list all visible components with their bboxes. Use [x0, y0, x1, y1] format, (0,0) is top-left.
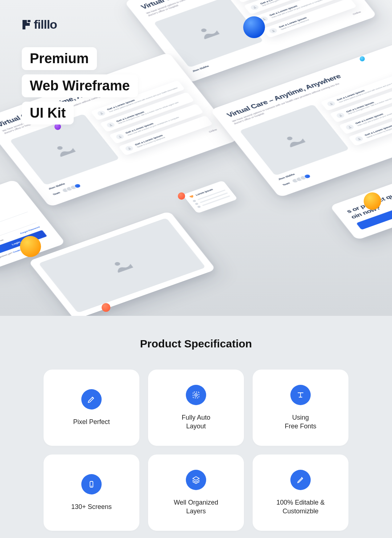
- layout-icon: [186, 385, 206, 405]
- title-line-2: Web Wireframe: [22, 74, 138, 97]
- svg-point-15: [114, 261, 121, 266]
- vc-team-label: Team: [52, 191, 61, 196]
- vc-name: Jhon Slabha: [192, 65, 210, 73]
- brand-logo: filllo: [22, 17, 57, 32]
- svg-point-2: [253, 7, 255, 8]
- person-icon: [124, 145, 134, 152]
- svg-point-9: [128, 147, 130, 148]
- vc-name: Jhon Slabha: [278, 173, 295, 181]
- svg-point-0: [200, 28, 208, 33]
- spec-card: 100% Editable &Customizble: [253, 455, 348, 531]
- spec-card-label: Fully AutoLayout: [174, 413, 217, 431]
- svg-rect-17: [195, 394, 197, 396]
- logo-text: filllo: [34, 17, 57, 32]
- spec-card-label: UsingFree Fonts: [277, 413, 323, 431]
- svg-rect-16: [193, 392, 199, 398]
- person-icon: [335, 112, 346, 119]
- mockup-tooltip: Lorem ipsum: [183, 180, 238, 213]
- device-icon: [81, 474, 102, 494]
- person-icon: [249, 4, 260, 11]
- edit-icon: [290, 470, 311, 490]
- image-placeholder-icon: [38, 218, 206, 313]
- orb-blue: [243, 16, 265, 38]
- orb-red-low: [102, 303, 110, 312]
- vc-team-label: Team: [282, 182, 290, 186]
- svg-point-10: [286, 136, 293, 141]
- person-icon: [268, 27, 278, 34]
- spec-card-label: Well OrganizedLayers: [167, 498, 226, 516]
- spec-section: Product Specification Pixel PerfectFully…: [0, 316, 392, 538]
- vc-online: Online: [208, 129, 218, 133]
- person-icon: [345, 124, 355, 131]
- person-icon: [326, 100, 336, 107]
- logo-icon: [22, 19, 31, 30]
- title-line-1: Premium: [22, 47, 97, 70]
- hero-title: Premium Web Wireframe UI Kit: [22, 47, 138, 129]
- vc-online: Online: [352, 11, 362, 16]
- orb-cyan: [360, 56, 365, 61]
- orb-orange-right: [364, 192, 381, 210]
- orb-orange-left: [20, 236, 41, 257]
- mockup-image-card: [28, 211, 216, 316]
- pen-icon: [81, 389, 102, 409]
- svg-point-3: [263, 18, 265, 19]
- heart-icon: [189, 195, 195, 199]
- spec-card-label: Pixel Perfect: [66, 417, 117, 426]
- person-icon: [354, 135, 364, 142]
- spec-card: 130+ Screens: [44, 455, 139, 531]
- spec-heading: Product Specification: [44, 338, 348, 350]
- svg-point-8: [119, 136, 121, 137]
- spec-card-label: 100% Editable &Customizble: [269, 498, 332, 516]
- hero-section: filllo Premium Web Wireframe UI Kit Virt…: [0, 0, 392, 316]
- person-icon: [115, 133, 125, 140]
- svg-point-13: [349, 126, 351, 127]
- spec-card: Well OrganizedLayers: [148, 455, 244, 531]
- orb-red-mid: [178, 192, 185, 200]
- svg-point-5: [56, 146, 64, 150]
- type-icon: [290, 385, 311, 405]
- spec-card: Pixel Perfect: [44, 370, 139, 446]
- spec-card: Fully AutoLayout: [148, 370, 244, 446]
- vc-subtitle: We have several options to connect with …: [231, 82, 343, 125]
- svg-point-14: [358, 138, 360, 139]
- svg-point-12: [339, 115, 341, 116]
- svg-point-4: [272, 30, 274, 31]
- mockup-virtual-care-bottom: Virtual Care – Anytime, Anywhere We have…: [210, 43, 392, 197]
- layers-icon: [186, 470, 206, 490]
- title-line-3: UI Kit: [22, 102, 74, 125]
- spec-grid: Pixel PerfectFully AutoLayoutUsingFree F…: [44, 370, 348, 531]
- spec-card-label: 130+ Screens: [64, 502, 119, 511]
- svg-point-11: [330, 103, 332, 104]
- spec-card: UsingFree Fonts: [253, 370, 348, 446]
